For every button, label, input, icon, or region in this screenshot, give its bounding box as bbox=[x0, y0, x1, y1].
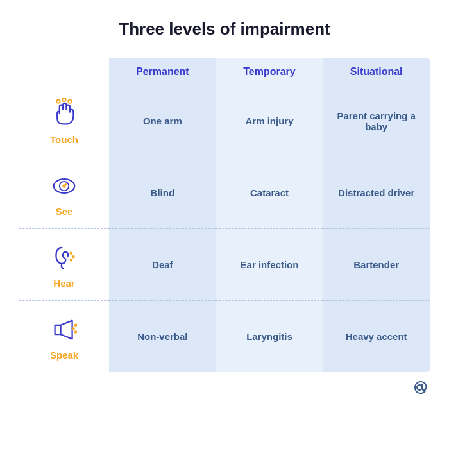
touch-icon bbox=[47, 97, 81, 132]
row-icon-hear: Hear bbox=[19, 229, 109, 301]
row-icon-see: See bbox=[19, 157, 109, 229]
touch-label: Touch bbox=[50, 134, 78, 145]
hear-permanent: Deaf bbox=[109, 229, 216, 301]
svg-point-13 bbox=[74, 330, 78, 334]
hear-situational: Bartender bbox=[323, 229, 430, 301]
svg-point-7 bbox=[70, 252, 73, 255]
footer-logo bbox=[412, 378, 430, 399]
row-icon-speak: Speak bbox=[19, 301, 109, 372]
svg-point-11 bbox=[72, 327, 75, 330]
hear-icon bbox=[47, 241, 81, 275]
hear-label: Hear bbox=[53, 278, 74, 289]
speak-label: Speak bbox=[50, 350, 78, 361]
touch-permanent: One arm bbox=[109, 85, 216, 157]
see-label: See bbox=[56, 206, 73, 217]
speak-icon bbox=[47, 312, 81, 347]
svg-point-6 bbox=[65, 183, 67, 185]
speak-temporary: Laryngitis bbox=[216, 301, 323, 372]
svg-point-1 bbox=[62, 98, 65, 101]
see-icon bbox=[47, 169, 81, 203]
speak-permanent: Non-verbal bbox=[109, 301, 216, 372]
impairment-table: Permanent Temporary Situational Touch On… bbox=[19, 58, 430, 372]
svg-marker-10 bbox=[55, 325, 61, 334]
see-temporary: Cataract bbox=[216, 157, 323, 229]
svg-point-0 bbox=[56, 100, 60, 103]
header-situational: Situational bbox=[323, 58, 430, 85]
header-empty-cell bbox=[19, 58, 109, 85]
see-permanent: Blind bbox=[109, 157, 216, 229]
touch-situational: Parent carrying a baby bbox=[323, 85, 430, 157]
svg-point-12 bbox=[74, 324, 78, 327]
speak-situational: Heavy accent bbox=[323, 301, 430, 372]
touch-temporary: Arm injury bbox=[216, 85, 323, 157]
see-situational: Distracted driver bbox=[323, 157, 430, 229]
header-permanent: Permanent bbox=[109, 58, 216, 85]
page-title: Three levels of impairment bbox=[119, 19, 330, 39]
hear-temporary: Ear infection bbox=[216, 229, 323, 301]
svg-point-2 bbox=[68, 100, 71, 103]
svg-point-9 bbox=[70, 259, 73, 262]
header-temporary: Temporary bbox=[216, 58, 323, 85]
svg-point-8 bbox=[72, 255, 75, 259]
row-icon-touch: Touch bbox=[19, 85, 109, 157]
